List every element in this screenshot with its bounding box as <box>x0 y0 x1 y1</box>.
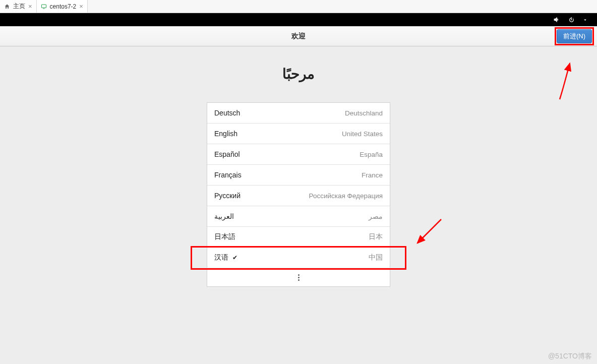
power-icon[interactable] <box>568 16 575 24</box>
tab-vm[interactable]: centos7-2 × <box>37 0 88 13</box>
language-name: 日本語 <box>214 232 235 241</box>
language-row-japanese[interactable]: 日本語 日本 <box>207 227 390 248</box>
language-country: France <box>362 171 383 179</box>
more-languages-button[interactable] <box>207 268 390 286</box>
language-row-russian[interactable]: Русский Российская Федерация <box>207 186 390 206</box>
chevron-down-icon[interactable] <box>582 17 588 23</box>
language-row-arabic[interactable]: العربية مصر <box>207 206 390 227</box>
page-title: 欢迎 <box>291 32 306 41</box>
language-name: Français <box>214 171 242 179</box>
language-row-espanol[interactable]: Español España <box>207 144 390 165</box>
language-name: English <box>214 130 237 138</box>
language-name: 汉语 ✔ <box>214 253 237 262</box>
more-icon <box>298 274 300 281</box>
tab-home-label: 主页 <box>13 2 25 11</box>
close-icon[interactable]: × <box>28 3 32 10</box>
next-button[interactable]: 前进(N) <box>557 29 592 43</box>
language-name: العربية <box>214 212 234 220</box>
language-row-chinese[interactable]: 汉语 ✔ 中国 <box>192 248 405 268</box>
svg-rect-1 <box>43 8 44 9</box>
check-icon: ✔ <box>232 254 237 261</box>
language-name-text: 汉语 <box>214 253 228 262</box>
welcome-heading: مرحبًا <box>0 46 597 82</box>
language-row-francais[interactable]: Français France <box>207 165 390 186</box>
language-row-english[interactable]: English United States <box>207 124 390 144</box>
language-list: Deutsch Deutschland English United State… <box>207 102 390 287</box>
language-country: España <box>360 151 383 158</box>
annotation-arrow <box>555 62 575 102</box>
tab-strip: 主页 × centos7-2 × <box>0 0 597 13</box>
svg-rect-0 <box>41 5 46 8</box>
vm-topbar <box>0 13 597 26</box>
headerbar: 欢迎 前进(N) <box>0 26 597 46</box>
language-country: United States <box>342 130 383 138</box>
language-country: مصر <box>369 212 383 220</box>
language-country: Российская Федерация <box>309 192 383 200</box>
language-row-deutsch[interactable]: Deutsch Deutschland <box>207 103 390 124</box>
volume-icon[interactable] <box>553 16 561 24</box>
language-name: Deutsch <box>214 109 240 117</box>
annotation-arrow <box>413 217 444 247</box>
language-country: 日本 <box>369 232 383 241</box>
next-button-highlight: 前进(N) <box>556 28 593 44</box>
language-name: Русский <box>214 192 241 200</box>
tab-home[interactable]: 主页 × <box>0 0 37 13</box>
tab-vm-label: centos7-2 <box>50 3 77 10</box>
language-name: Español <box>214 150 240 158</box>
language-country: 中国 <box>369 253 383 262</box>
home-icon <box>4 4 10 10</box>
close-icon[interactable]: × <box>79 3 83 10</box>
vm-icon <box>41 4 47 10</box>
content-area: مرحبًا Deutsch Deutschland English Unite… <box>0 46 597 364</box>
language-country: Deutschland <box>345 109 383 117</box>
watermark: @51CTO博客 <box>548 352 592 361</box>
